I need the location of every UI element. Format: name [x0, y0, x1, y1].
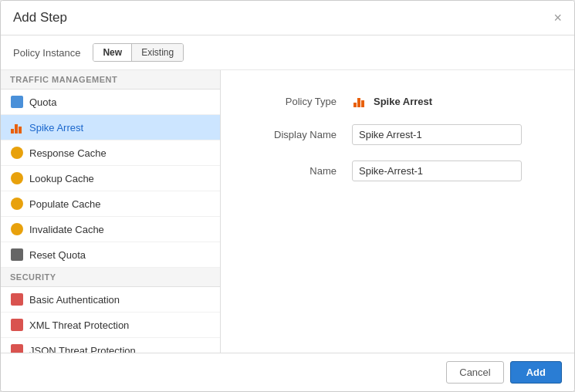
policy-type-row: Policy Type Spike Arrest — [252, 93, 543, 109]
sidebar-item-spike-arrest[interactable]: Spike Arrest — [1, 115, 220, 140]
sidebar-item-xml-threat[interactable]: XML Threat Protection — [1, 313, 220, 338]
cancel-button[interactable]: Cancel — [446, 361, 503, 384]
policy-instance-tabs: New Existing — [93, 43, 184, 62]
display-name-label: Display Name — [252, 129, 337, 140]
modal-title: Add Step — [13, 10, 67, 25]
sidebar-item-invalidate-cache[interactable]: Invalidate Cache — [1, 217, 220, 242]
modal-body: TRAFFIC MANAGEMENT Quota Spike Arrest — [1, 70, 574, 353]
name-row: Name — [252, 161, 543, 181]
lookup-cache-icon — [10, 171, 24, 185]
json-threat-icon — [10, 343, 24, 353]
name-input[interactable] — [352, 161, 522, 181]
invalidate-cache-icon — [10, 222, 24, 236]
sidebar-item-response-cache[interactable]: Response Cache — [1, 140, 220, 166]
sidebar-item-invalidate-cache-label: Invalidate Cache — [29, 224, 104, 235]
response-cache-icon — [10, 146, 24, 160]
modal-header: Add Step × — [1, 1, 574, 35]
sidebar: TRAFFIC MANAGEMENT Quota Spike Arrest — [1, 70, 221, 353]
tab-existing[interactable]: Existing — [132, 44, 183, 61]
policy-type-chart-icon — [352, 93, 367, 109]
sidebar-item-reset-quota-label: Reset Quota — [29, 249, 86, 261]
sidebar-item-json-threat[interactable]: JSON Threat Protection — [1, 338, 220, 353]
spike-arrest-icon — [10, 120, 24, 134]
display-name-input[interactable] — [352, 124, 522, 145]
close-button[interactable]: × — [553, 11, 562, 25]
sidebar-item-lookup-cache[interactable]: Lookup Cache — [1, 166, 220, 191]
name-label: Name — [252, 165, 337, 177]
sidebar-item-lookup-cache-label: Lookup Cache — [29, 173, 94, 184]
sidebar-item-response-cache-label: Response Cache — [29, 147, 107, 159]
populate-cache-icon — [10, 197, 24, 211]
policy-type-value: Spike Arrest — [374, 96, 432, 107]
sidebar-item-basic-auth-label: Basic Authentication — [29, 294, 120, 306]
policy-type-label: Policy Type — [252, 96, 337, 107]
sidebar-item-xml-threat-label: XML Threat Protection — [29, 319, 129, 331]
sidebar-item-json-threat-label: JSON Threat Protection — [29, 345, 136, 353]
policy-type-display: Spike Arrest — [352, 93, 432, 109]
xml-threat-icon — [10, 318, 24, 332]
sidebar-item-quota[interactable]: Quota — [1, 90, 220, 115]
sidebar-item-populate-cache[interactable]: Populate Cache — [1, 191, 220, 217]
section-header-security: SECURITY — [1, 268, 220, 287]
sidebar-item-spike-arrest-label: Spike Arrest — [29, 122, 83, 133]
section-header-traffic: TRAFFIC MANAGEMENT — [1, 70, 220, 90]
basic-auth-icon — [10, 292, 24, 306]
sidebar-item-reset-quota[interactable]: Reset Quota — [1, 242, 220, 268]
add-button[interactable]: Add — [510, 361, 562, 384]
add-step-modal: Add Step × Policy Instance New Existing … — [0, 0, 575, 392]
reset-quota-icon — [10, 248, 24, 262]
sidebar-item-basic-auth[interactable]: Basic Authentication — [1, 287, 220, 313]
sidebar-item-populate-cache-label: Populate Cache — [29, 198, 101, 210]
quota-icon — [10, 95, 24, 109]
modal-footer: Cancel Add — [1, 353, 574, 391]
tab-new[interactable]: New — [93, 44, 132, 61]
display-name-row: Display Name — [252, 124, 543, 145]
policy-instance-row: Policy Instance New Existing — [1, 35, 574, 70]
policy-instance-label: Policy Instance — [13, 47, 80, 59]
sidebar-item-quota-label: Quota — [29, 96, 56, 108]
main-content: Policy Type Spike Arrest Display Name — [221, 70, 574, 353]
